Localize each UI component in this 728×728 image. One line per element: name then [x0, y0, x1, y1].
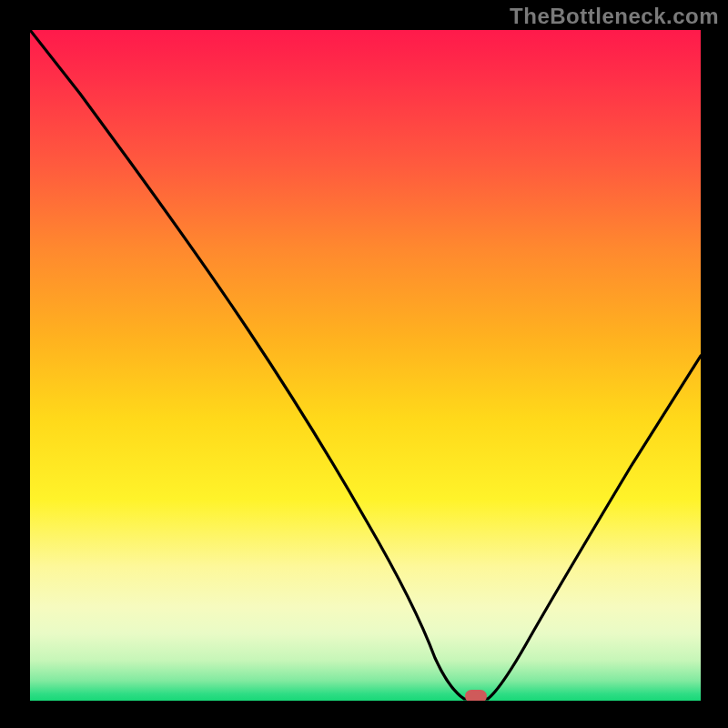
watermark-text: TheBottleneck.com [510, 4, 719, 29]
optimal-point-marker [465, 690, 487, 701]
plot-area [30, 30, 701, 701]
chart-frame: TheBottleneck.com [0, 0, 728, 728]
bottleneck-curve-path [30, 30, 701, 699]
bottleneck-curve-svg [30, 30, 701, 701]
